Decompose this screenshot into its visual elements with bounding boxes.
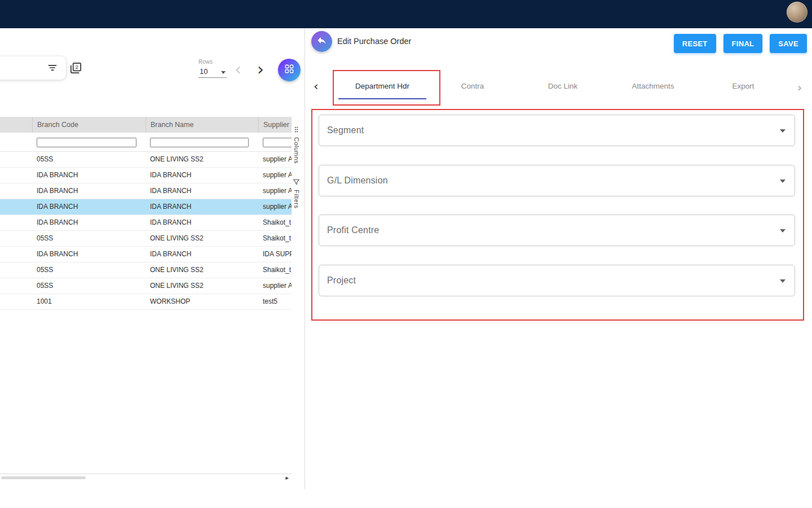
tab-attachments[interactable]: Attachments xyxy=(608,73,698,99)
tab-doc-link[interactable]: Doc Link xyxy=(518,73,608,99)
gl-dimension-dropdown-label: G/L Dimension xyxy=(327,165,388,196)
rows-per-page-select[interactable]: 10 xyxy=(198,67,227,78)
cell-branch-code: 05SS xyxy=(32,152,145,167)
cell-supplier-name: test5 xyxy=(258,294,292,309)
table-row[interactable]: IDA BRANCH IDA BRANCH Shaikot_t xyxy=(0,215,292,231)
profit-centre-dropdown-label: Profit Centre xyxy=(327,215,379,246)
page-title: Edit Purchase Order xyxy=(337,28,411,54)
cell-supplier-name: Shaikot_t xyxy=(258,215,292,230)
tabs: Department Hdr Contra Doc Link Attachmen… xyxy=(337,73,788,99)
table-row-selected[interactable]: IDA BRANCH IDA BRANCH supplier A xyxy=(0,199,292,215)
user-avatar[interactable] xyxy=(787,2,807,23)
table-row[interactable]: IDA BRANCH IDA BRANCH supplier A xyxy=(0,183,292,199)
cell-branch-code: IDA BRANCH xyxy=(32,199,145,214)
funnel-icon xyxy=(293,178,300,188)
filter-2-icon[interactable]: 2 xyxy=(69,62,82,75)
segment-dropdown-label: Segment xyxy=(327,115,364,146)
cell-branch-code: 05SS xyxy=(32,278,145,294)
cell-branch-code: IDA BRANCH xyxy=(32,247,145,262)
gl-dimension-dropdown[interactable]: G/L Dimension xyxy=(319,165,795,196)
cell-branch-name: IDA BRANCH xyxy=(145,199,258,214)
svg-text:2: 2 xyxy=(76,64,78,70)
table-row[interactable]: 05SS ONE LIVING SS2 supplier A xyxy=(0,152,292,168)
columns-side-tab[interactable]: Columns xyxy=(293,125,300,164)
supplier-name-filter-input[interactable] xyxy=(263,138,292,147)
reply-arrow-icon xyxy=(316,35,327,48)
form-header: Edit Purchase Order RESET FINAL SAVE xyxy=(306,28,812,54)
profit-centre-dropdown[interactable]: Profit Centre xyxy=(319,214,795,246)
cell-branch-name: WORKSHOP xyxy=(145,294,258,309)
project-dropdown[interactable]: Project xyxy=(319,265,795,296)
final-button[interactable]: FINAL xyxy=(723,34,763,53)
cell-branch-code: IDA BRANCH xyxy=(32,183,145,199)
cell-supplier-name: supplier A xyxy=(258,152,292,167)
cell-supplier-name: IDA SUPP xyxy=(258,247,292,262)
tab-contra[interactable]: Contra xyxy=(427,73,518,99)
chevron-down-icon xyxy=(780,129,785,133)
cell-branch-name: IDA BRANCH xyxy=(145,183,258,199)
cell-branch-code: IDA BRANCH xyxy=(32,168,145,183)
horizontal-scrollbar[interactable]: ▸ xyxy=(0,474,292,481)
filter-list-icon[interactable] xyxy=(47,62,58,73)
segment-dropdown[interactable]: Segment xyxy=(319,115,795,146)
chevron-down-icon xyxy=(780,179,785,183)
table-row[interactable]: IDA BRANCH IDA BRANCH supplier A xyxy=(0,168,292,183)
filters-side-tab[interactable]: Filters xyxy=(293,178,300,208)
table-row[interactable]: 05SS ONE LIVING SS2 supplier A xyxy=(0,278,292,294)
reset-button[interactable]: RESET xyxy=(674,34,716,53)
column-header-branch-name[interactable]: Branch Name xyxy=(145,117,258,133)
column-header-branch-code[interactable]: Branch Code xyxy=(32,117,145,133)
search-card[interactable] xyxy=(0,56,66,80)
chevron-down-icon xyxy=(780,279,785,283)
tab-department-hdr[interactable]: Department Hdr xyxy=(337,73,427,99)
scrollbar-thumb[interactable] xyxy=(1,476,86,479)
caret-down-icon xyxy=(221,71,226,74)
drag-grip-icon xyxy=(293,125,300,135)
cell-supplier-name: Shaikot_t xyxy=(258,231,292,246)
action-buttons: RESET FINAL SAVE xyxy=(674,34,807,53)
edit-purchase-order-panel: Edit Purchase Order RESET FINAL SAVE ‹ D… xyxy=(306,28,812,489)
previous-page-button[interactable]: ‹ xyxy=(235,61,241,78)
tabs-scroll-left-icon[interactable]: ‹ xyxy=(314,78,319,95)
table-filter-row xyxy=(0,133,292,152)
branch-code-filter-input[interactable] xyxy=(37,138,136,147)
cell-supplier-name: Shaikot_t xyxy=(258,262,292,278)
branch-name-filter-input[interactable] xyxy=(150,138,249,147)
form-tabbar: ‹ Department Hdr Contra Doc Link Attachm… xyxy=(306,73,812,99)
table-row[interactable]: IDA BRANCH IDA BRANCH IDA SUPP xyxy=(0,247,292,262)
save-button[interactable]: SAVE xyxy=(770,34,807,53)
cell-branch-code: 05SS xyxy=(32,262,145,278)
cell-supplier-name: supplier A xyxy=(258,199,292,214)
tab-export[interactable]: Export xyxy=(698,73,788,99)
grid-view-icon xyxy=(284,64,294,76)
cell-branch-name: IDA BRANCH xyxy=(145,247,258,262)
purchase-order-list-panel: 2 Rows 10 ‹ › Branch Code xyxy=(0,28,305,489)
column-header-supplier-name[interactable]: Supplier Name xyxy=(258,117,292,133)
row-selector-column-header xyxy=(0,117,32,133)
back-button[interactable] xyxy=(311,31,332,52)
rows-per-page-value: 10 xyxy=(200,67,208,76)
cell-branch-code: 05SS xyxy=(32,231,145,246)
cell-branch-name: ONE LIVING SS2 xyxy=(145,152,258,167)
columns-side-tab-label: Columns xyxy=(293,137,300,164)
filters-side-tab-label: Filters xyxy=(293,190,300,208)
cell-branch-name: IDA BRANCH xyxy=(145,215,258,230)
table-row[interactable]: 05SS ONE LIVING SS2 Shaikot_t xyxy=(0,231,292,247)
cell-branch-code: 1001 xyxy=(32,294,145,309)
scroll-right-arrow-icon[interactable]: ▸ xyxy=(285,474,289,481)
tabs-scroll-right-icon[interactable]: › xyxy=(797,79,802,96)
cell-branch-name: ONE LIVING SS2 xyxy=(145,231,258,246)
next-page-button[interactable]: › xyxy=(257,61,264,78)
app-screen: 2 Rows 10 ‹ › Branch Code xyxy=(0,0,812,508)
cell-branch-name: ONE LIVING SS2 xyxy=(145,262,258,278)
table-row[interactable]: 05SS ONE LIVING SS2 Shaikot_t xyxy=(0,262,292,278)
rows-per-page-label: Rows xyxy=(198,59,213,65)
grid-view-button[interactable] xyxy=(278,59,301,81)
cell-branch-name: IDA BRANCH xyxy=(145,168,258,183)
table-row[interactable]: 1001 WORKSHOP test5 xyxy=(0,294,292,310)
table-header-row: Branch Code Branch Name Supplier Name xyxy=(0,117,292,133)
chevron-down-icon xyxy=(780,229,785,233)
cell-supplier-name: supplier A xyxy=(258,168,292,183)
top-navbar xyxy=(0,0,812,28)
cell-branch-code: IDA BRANCH xyxy=(32,215,145,230)
